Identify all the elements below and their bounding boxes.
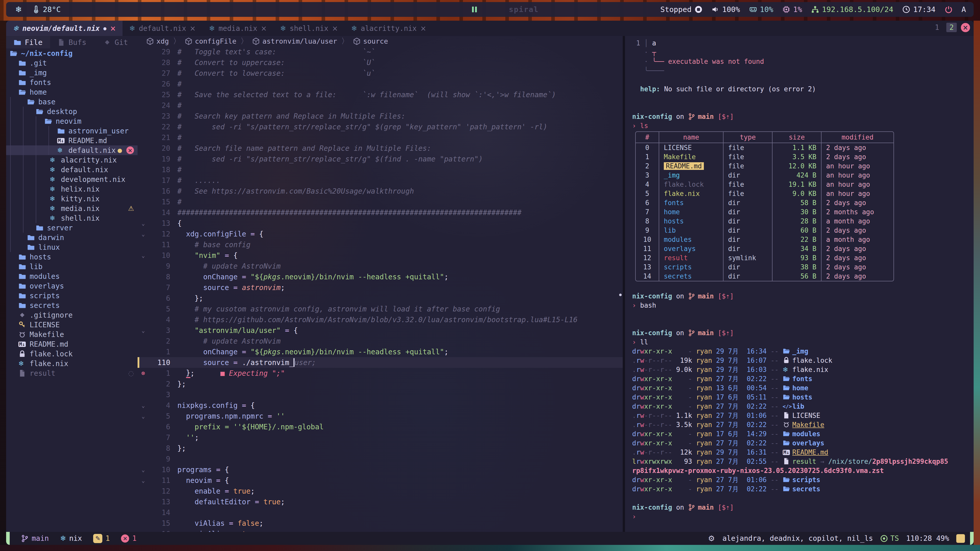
close-file-icon[interactable]: × — [126, 146, 134, 154]
tree-item-linux[interactable]: linux — [6, 242, 138, 252]
code-line[interactable]: ⌄11 neovim = { — [138, 475, 623, 486]
close-buffer-icon[interactable]: × — [261, 24, 267, 33]
tree-item-astronvim-user[interactable]: astronvim_user — [6, 126, 138, 136]
tree-item-modules[interactable]: modules — [6, 272, 138, 281]
tree-item-README-md[interactable]: M↓README.md — [6, 136, 138, 145]
code-line[interactable]: 3 — [138, 389, 623, 400]
tree-item--nix-config[interactable]: ~/nix-config — [6, 48, 138, 58]
code-line[interactable]: 25# Save the selected text to a file: `:… — [138, 89, 623, 100]
buffer-tab-alacritty-nix[interactable]: ❄alacritty.nix× — [345, 21, 433, 36]
tree-item-LICENSE[interactable]: LICENSE — [6, 320, 138, 330]
tree-item--gitignore[interactable]: .gitignore — [6, 310, 138, 320]
tree-item-media-nix[interactable]: ❄media.nix⚠ — [6, 203, 138, 213]
breadcrumb-item[interactable]: xdg — [146, 37, 169, 45]
code-line[interactable]: 13 defaultEditor = true; — [138, 496, 623, 507]
tree-item-scripts[interactable]: scripts — [6, 291, 138, 300]
tree-item-fonts[interactable]: fonts — [6, 78, 138, 87]
code-line[interactable]: 12 enable = true; — [138, 486, 623, 496]
code-line[interactable]: 26# — [138, 79, 623, 89]
code-line[interactable]: 19# sed -ri "s/pattern_str/replace_str/g… — [138, 154, 623, 164]
code-line[interactable]: ⌄4nixpkgs.config = { — [138, 400, 623, 411]
code-line[interactable]: 4 # https://github.com/AstroNvim/AstroNv… — [138, 314, 623, 325]
tabpage-close-icon[interactable]: × — [961, 23, 970, 32]
code-line[interactable]: 2 # update AstroNvim — [138, 336, 623, 346]
tree-item-overlays[interactable]: overlays — [6, 281, 138, 291]
tree-item-home[interactable]: home — [6, 87, 138, 97]
close-buffer-icon[interactable]: × — [332, 24, 338, 33]
sidebar-tab-file[interactable]: File — [6, 36, 50, 48]
sidebar-tab-git[interactable]: Git — [94, 36, 138, 48]
code-line[interactable]: ⊗1 }; ■ Expecting ";" — [138, 368, 623, 379]
code-line[interactable]: 8 onChange = "${pkgs.neovim}/bin/nvim --… — [138, 272, 623, 282]
tree-item-default-nix[interactable]: ❄default.nix●× — [6, 145, 138, 155]
code-line[interactable]: 28# Convert to uppercase: `U` — [138, 57, 623, 68]
code-line[interactable]: 22# sed -ri "s/pattern_str/replace_str/g… — [138, 121, 623, 132]
code-line[interactable]: 7 ''; — [138, 432, 623, 443]
code-line[interactable]: 8}; — [138, 443, 623, 454]
code-line[interactable]: 20# Search file name pattern and Replace… — [138, 143, 623, 154]
pause-icon[interactable] — [471, 6, 478, 13]
tree-item-desktop[interactable]: desktop — [6, 106, 138, 116]
code-area[interactable]: 29# Toggle text's case: `~`28# Convert t… — [138, 46, 623, 545]
code-line[interactable]: 27# Convert to lowercase: `u` — [138, 68, 623, 79]
code-line[interactable]: 110 source = ./astronvim_user; — [138, 357, 623, 368]
code-line[interactable]: 11 # base config — [138, 239, 623, 250]
tree-item-shell-nix[interactable]: ❄shell.nix — [6, 213, 138, 223]
tabpage-2[interactable]: 2 — [946, 23, 957, 32]
keyboard-layout-indicator[interactable]: A — [962, 5, 966, 14]
breadcrumb-item[interactable]: astronvim/lua/user — [252, 37, 337, 45]
close-buffer-icon[interactable]: × — [189, 24, 196, 33]
code-line[interactable]: 16# See https://astronvim.com/Basic%20Us… — [138, 186, 623, 197]
code-line[interactable]: 6 prefix = ''${HOME}/.npm-global — [138, 421, 623, 432]
tabpage-1[interactable]: 1 — [932, 23, 942, 32]
code-line[interactable]: ⌄12 xdg.configFile = { — [138, 229, 623, 239]
code-line[interactable]: 2}; — [138, 379, 623, 389]
tree-item-darwin[interactable]: darwin — [6, 233, 138, 242]
code-line[interactable]: ⌄5 programs.npm.npmrc = '' — [138, 411, 623, 421]
sidebar-tab-bufs[interactable]: Bufs — [50, 36, 94, 48]
code-line[interactable]: ⌄13{ — [138, 218, 623, 229]
code-line[interactable]: 24# — [138, 100, 623, 111]
code-line[interactable]: 14 — [138, 507, 623, 518]
code-line[interactable]: 1 onChange = "${pkgs.neovim}/bin/nvim --… — [138, 346, 623, 357]
tree-item-default-nix[interactable]: ❄default.nix — [6, 165, 138, 175]
tree-item-flake-nix[interactable]: ❄flake.nix — [6, 359, 138, 368]
code-line[interactable]: ⌄10 "nvim" = { — [138, 250, 623, 261]
buffer-tab-shell-nix[interactable]: ❄shell.nix× — [273, 21, 345, 36]
code-line[interactable]: 9 — [138, 454, 623, 464]
code-line[interactable]: 21# — [138, 132, 623, 143]
buffer-tab-neovim-default-nix[interactable]: ❄neovim/default.nix●× — [6, 21, 123, 36]
close-buffer-icon[interactable]: × — [420, 24, 426, 33]
terminal-pane[interactable]: 1 │ a · ┬ · ╰── executable was not found… — [625, 36, 974, 532]
code-line[interactable]: 9 # update AstroNvim — [138, 261, 623, 272]
code-line[interactable]: 15# — [138, 197, 623, 207]
code-line[interactable]: 23# Search key pattern and Replace in Mu… — [138, 111, 623, 121]
power-icon[interactable] — [945, 6, 953, 13]
tree-item--img[interactable]: _img — [6, 68, 138, 78]
tree-item-secrets[interactable]: secrets — [6, 300, 138, 310]
tree-item-README-md[interactable]: M↓README.md — [6, 339, 138, 349]
code-line[interactable]: ⌄10programs = { — [138, 464, 623, 475]
tree-item-neovim[interactable]: neovim — [6, 116, 138, 126]
tree-item-base[interactable]: base — [6, 97, 138, 106]
buffer-tab-default-nix[interactable]: ❄default.nix× — [123, 21, 202, 36]
tree-item--git[interactable]: .git — [6, 58, 138, 68]
tree-item-Makefile[interactable]: Makefile — [6, 330, 138, 339]
statusline-edits[interactable]: ✎ 1 — [93, 534, 110, 543]
tree-item-flake-lock[interactable]: flake.lock — [6, 349, 138, 359]
buffer-tab-media-nix[interactable]: ❄media.nix× — [202, 21, 274, 36]
code-line[interactable]: 15 viAlias = false; — [138, 518, 623, 529]
tree-item-server[interactable]: server — [6, 223, 138, 233]
code-line[interactable]: 14######################################… — [138, 207, 623, 218]
code-line[interactable]: 17# ...... — [138, 175, 623, 186]
stop-icon[interactable] — [695, 6, 702, 13]
breadcrumb-item[interactable]: source — [353, 37, 388, 45]
close-buffer-icon[interactable]: × — [110, 24, 116, 33]
code-line[interactable]: ⌄3 "astronvim/lua/user" = { — [138, 325, 623, 336]
tree-item-alacritty-nix[interactable]: ❄alacritty.nix — [6, 155, 138, 165]
statusline-git[interactable]: main — [21, 534, 49, 543]
window-separator[interactable] — [623, 36, 625, 532]
code-line[interactable]: 6 }; — [138, 293, 623, 303]
tree-item-development-nix[interactable]: ❄development.nix — [6, 175, 138, 184]
editor-pane[interactable]: xdg〉configFile〉astronvim/lua/user〉source… — [138, 36, 623, 532]
